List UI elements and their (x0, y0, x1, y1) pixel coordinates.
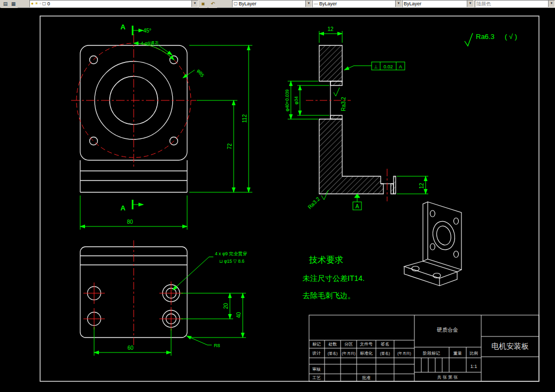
layer-color-chip-icon: ▢ (42, 1, 47, 6)
linetype-dropdown-arrow-icon[interactable]: ▼ (395, 1, 402, 7)
section-label-top: A (120, 23, 126, 31)
hole-callout-line2: ⊔ φ15 ▽ 8.6 (219, 258, 244, 264)
dim-bore: φ40+0.039 (284, 89, 290, 111)
dim-112: 112 (242, 114, 248, 123)
layer-freeze-sun-icon: ☀ (35, 1, 38, 6)
dim-width-60: 60 (127, 345, 134, 351)
tb-part-name: 电机安装板 (491, 342, 529, 350)
layer-previous-icon[interactable]: ↶ (209, 0, 217, 8)
layer-dropdown-arrow-icon[interactable]: ▼ (191, 1, 198, 7)
tb-scale-value: 1:1 (471, 364, 477, 369)
layer-states-icon[interactable]: ▦ (9, 0, 18, 8)
front-holes-note: 4-φ9通孔 (141, 41, 159, 46)
datum-label: A (356, 203, 359, 209)
color-dropdown-arrow-icon[interactable]: ▼ (305, 1, 312, 7)
tb-hdr-mark: 标记 (312, 342, 321, 347)
angle-dimension: 45° (143, 28, 151, 34)
tb-std-date: (年月日) (397, 351, 411, 356)
layer-on-bulb-icon: ● (31, 1, 34, 6)
object-properties-toolbar: ▤ ▦ ● ☀ ▫ ▢ 0 ▼ ◙ ↶ ▢ ByLayer ▼ — ByLaye… (0, 0, 555, 8)
fillet-note: R8 (214, 343, 220, 348)
roughness-value: Ra6.3 (476, 33, 495, 41)
tb-hdr-zone: 分区 (344, 342, 353, 347)
tb-hdr-count: 处数 (328, 342, 337, 347)
roughness-bore: Ra3.2 (341, 97, 346, 111)
tb-approve: 批准 (362, 375, 371, 380)
tb-material: 硬质合金 (437, 327, 458, 333)
drawing-border-frame (40, 16, 539, 381)
tb-design-date: (年月日) (342, 351, 356, 356)
layer-properties-icon[interactable]: ▤ (1, 0, 10, 8)
tech-req-line1: 未注尺寸公差IT14. (303, 274, 365, 283)
dim-hole-spacing: 20 (223, 303, 229, 309)
tb-stage-label: 阶段标记 (423, 351, 440, 356)
roughness-others: ( √ ) (505, 33, 517, 41)
tb-hdr-sign: 签名 (381, 342, 389, 347)
dim-base-thickness: 12 (419, 183, 425, 189)
color-select[interactable]: ▢ ByLayer ▼ (232, 0, 312, 7)
technical-requirements: 技术要求 未注尺寸公差IT14. 去除毛刺飞边。 (303, 255, 365, 300)
current-color: ByLayer (239, 1, 257, 6)
tb-weight-label: 重量 (453, 351, 462, 356)
section-label-bottom: A (120, 204, 126, 212)
tech-req-title: 技术要求 (309, 255, 343, 264)
layer-select[interactable]: ● ☀ ▫ ▢ 0 ▼ (29, 0, 198, 7)
make-object-layer-current-icon[interactable]: ◙ (199, 0, 207, 8)
tech-req-line2: 去除毛刺飞边。 (303, 291, 355, 300)
bolt-circle-dimension: φ85 (196, 68, 205, 78)
tb-craft: 工艺 (312, 375, 321, 380)
plotstyle-select[interactable]: 随颜色 ▼ (475, 0, 555, 7)
dim-width-80: 80 (127, 219, 133, 225)
dim-72: 72 (227, 143, 233, 150)
color-chip-icon: ▢ (234, 1, 238, 6)
current-lineweight: ByLayer (404, 1, 421, 6)
general-roughness-note: Ra6.3 ( √ ) (465, 33, 517, 46)
fcf-symbol: ⊥ (374, 64, 378, 69)
linetype-preview-icon: — (314, 1, 318, 6)
dim-bore-inner: φ34 (294, 96, 299, 104)
fcf-tolerance: 0.02 (383, 64, 393, 69)
linetype-select[interactable]: — ByLayer ▼ (312, 0, 402, 7)
tb-review: 审核 (312, 367, 321, 372)
layer-lock-icon: ▫ (40, 1, 41, 6)
tb-hdr-fileno: 文件号 (360, 342, 373, 347)
lineweight-select[interactable]: ByLayer ▼ (402, 0, 474, 7)
current-plotstyle: 随颜色 (476, 1, 491, 7)
current-layer-name: 0 (47, 1, 50, 6)
dim-edge: 40 (236, 312, 242, 318)
current-linetype: ByLayer (319, 1, 337, 6)
tb-sheet-info: 共 张 第 张 (437, 375, 458, 380)
tb-design: 设计 (312, 351, 321, 356)
roughness-bottom: Ra3.2 (307, 195, 321, 210)
front-view-centerlines (71, 34, 196, 168)
drawing-canvas[interactable]: A A 45° 4-φ9通孔 φ85 80 72 112 (0, 0, 555, 392)
isometric-view (404, 202, 461, 286)
tb-standardize: 标准化 (360, 351, 373, 356)
tb-design-sign: (签名) (328, 351, 338, 356)
tb-scale-label: 比例 (469, 351, 478, 356)
surface-finish-symbol-icon (465, 33, 473, 46)
fcf-datum: A (399, 64, 402, 69)
dim-flange-thickness: 12 (327, 26, 334, 32)
plotstyle-dropdown-arrow-icon[interactable]: ▼ (548, 1, 554, 7)
cad-application-window: ▤ ▦ ● ☀ ▫ ▢ 0 ▼ ◙ ↶ ▢ ByLayer ▼ — ByLaye… (0, 0, 555, 392)
hole-callout-line1: 4 x φ9 完全贯穿 (215, 251, 247, 256)
lineweight-dropdown-arrow-icon[interactable]: ▼ (467, 1, 473, 7)
tb-std-sign: (签名) (380, 351, 390, 356)
